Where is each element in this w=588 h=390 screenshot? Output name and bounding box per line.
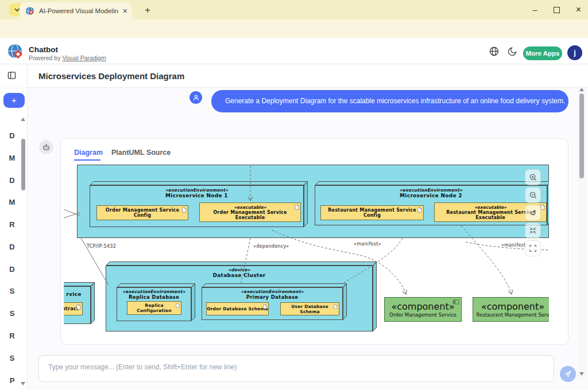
sidebar-item-chat[interactable]: D	[6, 243, 18, 251]
user-message-bubble: Generate a Deployment Diagram for the sc…	[211, 90, 568, 112]
artifact-note-icon	[182, 207, 187, 213]
page-title: Microservices Deployment Diagram	[38, 71, 184, 81]
fullscreen-icon	[529, 244, 537, 252]
user-account-avatar[interactable]: j	[567, 45, 582, 60]
zoom-out-icon	[529, 191, 537, 200]
sidebar-divider	[0, 88, 28, 88]
bot-avatar	[39, 140, 53, 154]
link-label-manifest-1: «manifest»	[354, 241, 381, 247]
artifact-note-icon	[417, 207, 422, 213]
zoom-in-button[interactable]	[525, 169, 541, 185]
browser-toolbar: ai-toolbox.visual-paradigm.com/app/chatb…	[0, 20, 588, 38]
primary-stereotype: «executionEnvironment»	[202, 289, 343, 294]
component-stereotype: «component»	[473, 301, 549, 312]
artifact-order-db-schema: Order Database Schema	[206, 302, 269, 315]
app-subtitle: Powered by Visual Paradigm	[29, 54, 106, 61]
zoom-reset-button[interactable]: ↺	[525, 205, 541, 221]
scroll-down-icon[interactable]	[579, 372, 584, 376]
sidebar-item-chat[interactable]: D	[6, 176, 18, 185]
diagram-tabbar: Diagram PlantUML Source	[61, 139, 568, 162]
artifact-note-icon	[76, 304, 81, 310]
replica-stereotype: «executionEnvironment»	[117, 289, 191, 294]
window-maximize-button[interactable]	[554, 7, 560, 13]
fit-to-screen-button[interactable]	[525, 223, 541, 239]
artifact-label: Order Management Service Executable	[200, 210, 300, 220]
sidebar-toggle-icon[interactable]	[7, 71, 16, 80]
message-input[interactable]	[38, 355, 554, 382]
artifact-order-config: Order Management Service Config	[96, 205, 188, 220]
sidebar-item-chat[interactable]: S	[6, 354, 18, 362]
scroll-up-icon[interactable]	[579, 88, 584, 91]
app-header: Chatbot Powered by Visual Paradigm More …	[0, 38, 588, 64]
send-plane-icon	[564, 370, 572, 378]
fullscreen-button[interactable]	[525, 240, 541, 256]
window-minimize-button[interactable]: –	[533, 5, 537, 14]
sidebar-scrollbar-thumb[interactable]	[21, 139, 25, 190]
sidebar-scroll-up-icon[interactable]	[21, 118, 25, 121]
window-close-button[interactable]: ×	[576, 5, 581, 15]
diagram-canvas[interactable]: «executionEnvironment»Microservice Node …	[64, 163, 549, 345]
tab-close-icon[interactable]: ×	[123, 7, 127, 15]
visual-paradigm-favicon	[25, 6, 34, 15]
browser-tab[interactable]: AI-Powered Visual Modeling Ch ×	[20, 2, 132, 20]
artifact-restaurant-config: Restaurant Management Service Config	[320, 205, 424, 220]
sidebar-item-chat[interactable]: D	[6, 265, 18, 274]
component-name: Restaurant Management Serv	[473, 312, 549, 318]
tab-plantuml-source[interactable]: PlantUML Source	[111, 149, 171, 157]
visual-paradigm-link[interactable]: Visual Paradigm	[62, 54, 106, 61]
zoom-in-icon	[529, 173, 537, 182]
chat-scrollbar-thumb[interactable]	[579, 93, 584, 178]
app-title: Chatbot	[29, 45, 58, 54]
sidebar-item-chat[interactable]: P	[6, 376, 18, 385]
artifact-note-icon	[176, 303, 180, 308]
dark-mode-moon-icon[interactable]	[508, 46, 517, 56]
sidebar-item-chat[interactable]: D	[6, 131, 18, 140]
tab-diagram[interactable]: Diagram	[74, 149, 103, 157]
sidebar-item-chat[interactable]: S	[6, 309, 18, 318]
artifact-partial-contract: ntract	[64, 302, 83, 315]
sidebar-item-chat[interactable]: R	[6, 220, 18, 229]
user-message-avatar	[189, 91, 202, 104]
more-apps-button[interactable]: More Apps	[523, 46, 562, 60]
sidebar: + D M D M R D D S S R S P	[0, 64, 28, 390]
person-icon	[192, 94, 200, 102]
artifact-user-db-schema: User Database Schema	[280, 302, 339, 315]
artifact-note-icon	[334, 304, 338, 309]
reset-rotate-icon: ↺	[529, 208, 536, 217]
replica-name: Replica Database	[117, 294, 191, 300]
browser-frame: AI-Powered Visual Modeling Ch × + – ×	[0, 0, 588, 20]
component-stereotype: «component»	[385, 301, 461, 312]
link-label-dependency: «dependency»	[253, 244, 289, 249]
artifact-label: Restaurant Management Service Config	[321, 208, 423, 218]
link-label-tcp: TCP/IP:5432	[87, 244, 116, 249]
chat-scrollbar[interactable]	[578, 86, 586, 379]
artifact-stereotype: «executable»	[200, 205, 300, 210]
artifact-note-icon	[263, 304, 267, 309]
artifact-label: Order Management Service Config	[97, 208, 188, 218]
artifact-label: Order Database Schema	[207, 306, 268, 311]
artifact-replica-configuration: Replica Configuration	[127, 301, 181, 315]
component-icon	[452, 299, 459, 305]
artifact-note-icon	[295, 204, 299, 210]
artifact-label: Replica Configuration	[127, 303, 181, 313]
compress-arrows-icon	[529, 227, 537, 235]
zoom-out-button[interactable]	[525, 187, 541, 203]
sidebar-item-chat[interactable]: M	[6, 154, 18, 162]
sidebar-item-chat[interactable]: R	[6, 332, 18, 340]
primary-name: Primary Database	[202, 294, 343, 300]
sidebar-item-chat[interactable]: S	[6, 287, 18, 295]
sidebar-scroll-down-icon[interactable]	[21, 382, 25, 385]
component-order-management-service: «component» Order Management Service	[384, 297, 462, 322]
visual-paradigm-logo	[7, 43, 24, 60]
new-chat-button[interactable]: +	[3, 93, 25, 108]
tab-title: AI-Powered Visual Modeling Ch	[39, 7, 118, 14]
bot-response-card: Diagram PlantUML Source «executionEnviro…	[60, 138, 568, 345]
artifact-note-icon	[540, 204, 545, 210]
new-tab-button[interactable]: +	[141, 4, 154, 17]
sidebar-item-chat[interactable]: M	[6, 198, 18, 206]
send-button[interactable]	[560, 366, 576, 382]
component-restaurant-management-service: «component» Restaurant Management Serv	[473, 297, 549, 322]
language-globe-icon[interactable]	[489, 46, 499, 56]
component-name: Order Management Service	[385, 312, 461, 318]
app-window: AI-Powered Visual Modeling Ch × + – × ai…	[0, 0, 588, 390]
